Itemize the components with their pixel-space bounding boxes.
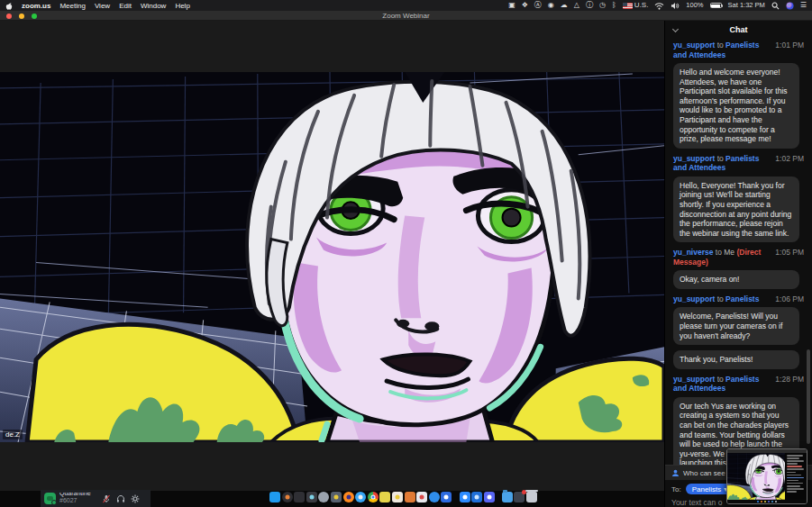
- spotlight-icon[interactable]: [771, 1, 780, 10]
- message-time: 1:06 PM: [775, 294, 804, 304]
- dock-icon-dot: [333, 495, 338, 500]
- message-to-word: to: [715, 294, 725, 303]
- mute-microphone-icon[interactable]: [101, 493, 112, 504]
- pip-chat-line: [787, 463, 798, 465]
- video-app-icon[interactable]: [471, 492, 482, 502]
- pip-video: [727, 453, 785, 500]
- message-to-word: to: [715, 375, 725, 384]
- pip-chat-line: [787, 477, 804, 479]
- globe-app-icon[interactable]: [318, 492, 329, 502]
- menu-item-zoom-us[interactable]: zoom.us: [22, 2, 50, 10]
- volume-icon[interactable]: [671, 1, 680, 10]
- control-center-icon[interactable]: ☰: [800, 1, 807, 10]
- dock-separator: [453, 492, 458, 502]
- message-to-word: to: [715, 154, 725, 163]
- photo-booth-icon[interactable]: [306, 492, 317, 502]
- pip-dock-dot: [771, 501, 774, 503]
- dock-icon-dot: [346, 495, 351, 500]
- chevron-down-icon[interactable]: [673, 27, 679, 32]
- message-sender[interactable]: yu_support: [673, 294, 715, 303]
- color-profile-icon[interactable]: ❖: [522, 1, 528, 10]
- chat-message-list[interactable]: yu_support to Panelists and Attendees1:0…: [665, 39, 812, 465]
- to-label: To:: [671, 485, 681, 493]
- screen: zoom.usMeetingViewEditWindowHelp ▣❖Ⓐ◉☁△ⓘ…: [0, 0, 812, 507]
- discord-avatar[interactable]: [44, 493, 56, 504]
- clock-label[interactable]: Sat 1:32 PM: [728, 1, 765, 10]
- pip-chat-line: [787, 475, 801, 476]
- photos-icon[interactable]: [282, 492, 293, 502]
- downloads-folder-icon[interactable]: [502, 492, 513, 502]
- trash-icon[interactable]: [526, 492, 537, 502]
- zoom-icon[interactable]: [460, 492, 470, 502]
- chrome-icon[interactable]: [368, 492, 379, 502]
- menu-item-edit[interactable]: Edit: [119, 2, 132, 10]
- input-source-flag-icon[interactable]: U.S.: [623, 1, 649, 10]
- discord-icon[interactable]: [484, 492, 495, 502]
- menu-item-view[interactable]: View: [95, 2, 110, 10]
- screen-record-icon[interactable]: ◉: [548, 1, 554, 10]
- apple-menu-icon[interactable]: [5, 2, 13, 10]
- dock-icon-dot: [359, 495, 363, 500]
- message-sender[interactable]: yu_support: [673, 154, 715, 163]
- pip-dock-strip: [727, 500, 807, 503]
- pip-dock-dot: [764, 501, 767, 503]
- menu-item-window[interactable]: Window: [141, 2, 166, 10]
- chat-message: yu_support to Panelists and Attendees1:0…: [673, 154, 804, 243]
- message-recipient[interactable]: Me: [724, 248, 734, 257]
- tasks-app-icon[interactable]: [441, 492, 452, 502]
- accessibility-icon[interactable]: Ⓐ: [534, 1, 542, 10]
- discord-discriminator: #6027: [59, 497, 97, 504]
- pip-chat-line: [787, 472, 796, 474]
- safari-icon[interactable]: [355, 492, 366, 502]
- message-bubble: Welcome, Panelists! Will you please turn…: [673, 307, 799, 345]
- orange-app-icon[interactable]: [405, 492, 415, 502]
- dock: [269, 492, 537, 507]
- headphones-icon[interactable]: [115, 493, 126, 504]
- notes-icon[interactable]: [392, 492, 403, 502]
- battery-percent[interactable]: 100%: [686, 1, 703, 10]
- dock-icon-dot: [309, 495, 314, 500]
- blue-round-app-icon[interactable]: [429, 492, 440, 502]
- message-sender[interactable]: yu_support: [673, 375, 715, 384]
- battery-icon[interactable]: [710, 1, 722, 10]
- chat-panel: Chat yu_support to Panelists and Attende…: [664, 21, 812, 507]
- message-time: 1:01 PM: [775, 41, 804, 50]
- files-box-icon[interactable]: [514, 492, 525, 502]
- bluetooth-icon[interactable]: ᛒ: [612, 1, 616, 10]
- message-recipient[interactable]: Panelists: [725, 294, 759, 303]
- wifi-icon[interactable]: [654, 1, 664, 10]
- menu-item-meeting[interactable]: Meeting: [59, 2, 85, 10]
- pip-chat-line: [787, 460, 804, 462]
- message-bubble: Okay, camera on!: [673, 270, 799, 289]
- firefox-icon[interactable]: [343, 492, 354, 502]
- message-sender[interactable]: yu_niverse: [673, 248, 713, 257]
- finder-icon[interactable]: [269, 492, 280, 502]
- dock-icon-dot: [475, 495, 479, 500]
- message-sender[interactable]: yu_support: [673, 41, 715, 50]
- siri-icon[interactable]: [786, 1, 794, 10]
- display-icon[interactable]: ▣: [508, 1, 515, 10]
- chat-message: yu_support to Panelists1:06 PMWelcome, P…: [673, 294, 804, 369]
- pip-chat-line: [787, 483, 803, 484]
- menu-item-help[interactable]: Help: [175, 2, 189, 10]
- pip-chat-line: [787, 491, 797, 493]
- chat-message: yu_support to Panelists and Attendees1:0…: [673, 41, 804, 149]
- settings-gear-icon[interactable]: [130, 493, 141, 504]
- screen-share-preview-window[interactable]: [726, 448, 807, 504]
- chat-header: Chat: [665, 21, 812, 39]
- dock-icon-dot: [420, 495, 424, 500]
- active-speaker-video: de.Z: [0, 72, 664, 442]
- flag-label: U.S.: [634, 1, 649, 10]
- info-icon[interactable]: ⓘ: [586, 1, 593, 10]
- launchpad-icon[interactable]: [331, 492, 342, 502]
- message-header: yu_support to Panelists1:06 PM: [673, 294, 804, 304]
- terminal-icon[interactable]: [294, 492, 305, 502]
- app-store-icon[interactable]: [416, 492, 427, 502]
- time-machine-icon[interactable]: ◷: [599, 1, 606, 10]
- cloud-icon[interactable]: ☁: [561, 1, 568, 10]
- message-time: 1:28 PM: [775, 375, 804, 385]
- yellow-app-icon[interactable]: [379, 492, 390, 502]
- dock-icon-dot: [395, 495, 399, 500]
- chat-scrollbar[interactable]: [807, 349, 810, 444]
- hazard-icon[interactable]: △: [574, 1, 579, 10]
